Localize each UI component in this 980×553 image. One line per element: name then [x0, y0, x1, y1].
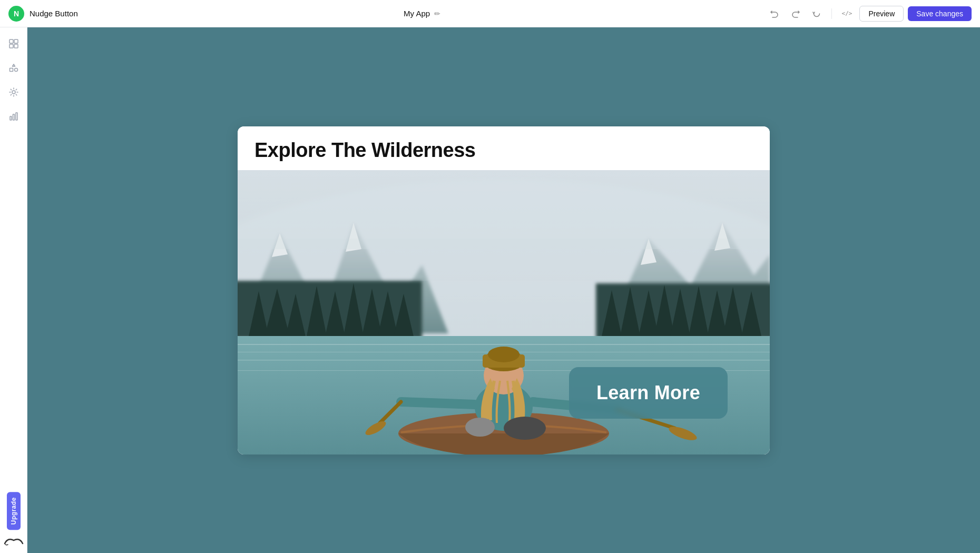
svg-rect-1: [14, 39, 18, 43]
svg-rect-2: [9, 44, 13, 48]
scene: Learn More: [238, 170, 770, 455]
main-layout: Upgrade Explore The Wilderness: [0, 27, 980, 553]
topbar-center: My App ✏: [404, 9, 440, 18]
svg-rect-3: [14, 44, 18, 48]
svg-rect-0: [9, 39, 13, 43]
sidebar-item-layout[interactable]: [4, 34, 24, 54]
sidebar-item-settings[interactable]: [4, 82, 24, 102]
edit-icon[interactable]: ✏: [434, 9, 440, 18]
sidebar: Upgrade: [0, 27, 27, 553]
topbar: N Nudge Button My App ✏ </> Preview Save…: [0, 0, 980, 27]
svg-point-4: [14, 68, 17, 72]
card-title-area: Explore The Wilderness: [238, 126, 770, 170]
sidebar-item-analytics[interactable]: [4, 106, 24, 126]
svg-rect-9: [16, 113, 17, 120]
svg-point-56: [504, 417, 546, 440]
svg-rect-7: [10, 116, 12, 120]
svg-rect-5: [9, 68, 13, 72]
svg-rect-8: [13, 114, 14, 120]
svg-point-6: [12, 91, 15, 94]
sidebar-item-components[interactable]: [4, 58, 24, 78]
svg-rect-59: [238, 239, 770, 281]
card-title: Explore The Wilderness: [254, 139, 753, 162]
upgrade-button[interactable]: Upgrade: [7, 492, 21, 530]
code-button[interactable]: </>: [838, 5, 855, 22]
topbar-right: </> Preview Save changes: [766, 5, 972, 22]
sidebar-bottom: Upgrade: [4, 492, 24, 547]
svg-rect-58: [238, 170, 770, 249]
svg-line-45: [401, 402, 475, 404]
redo-button[interactable]: [787, 5, 804, 22]
center-title: My App: [404, 9, 430, 18]
svg-point-57: [465, 418, 495, 437]
bird-icon: [4, 534, 24, 547]
svg-rect-39: [238, 344, 770, 345]
undo-button[interactable]: [766, 5, 783, 22]
learn-more-button[interactable]: Learn More: [569, 367, 728, 419]
preview-button[interactable]: Preview: [859, 6, 904, 22]
canvas-area: Explore The Wilderness: [27, 27, 980, 553]
logo: N: [8, 6, 24, 22]
restore-button[interactable]: [808, 5, 825, 22]
app-name: Nudge Button: [30, 9, 78, 18]
svg-point-51: [488, 347, 520, 362]
topbar-left: N Nudge Button: [8, 6, 78, 22]
divider: [831, 8, 832, 19]
save-button[interactable]: Save changes: [908, 6, 972, 21]
preview-card: Explore The Wilderness: [238, 126, 770, 455]
